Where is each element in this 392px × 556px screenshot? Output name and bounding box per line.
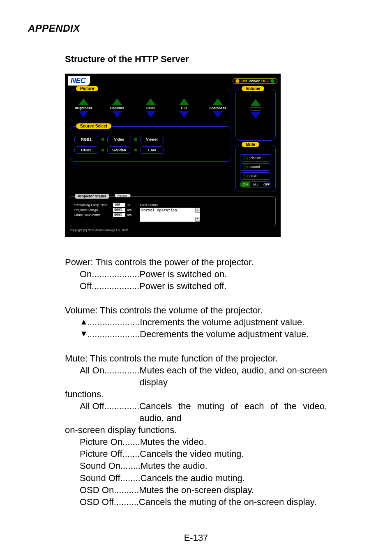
sharpness-label: Sharpness xyxy=(210,106,226,110)
mute-picture-button[interactable]: Picture xyxy=(240,154,271,162)
mute-osdoff-term: OSD Off xyxy=(80,496,114,508)
contrast-up-icon[interactable] xyxy=(112,98,122,105)
mute-osdon-def: Mutes the on-screen display. xyxy=(139,484,327,496)
dots: .......... xyxy=(114,484,139,496)
projector-status-title: Projector Status xyxy=(75,194,109,199)
sharpness-up-icon[interactable] xyxy=(213,98,223,105)
mute-sound-button[interactable]: Sound xyxy=(240,163,271,171)
status-label: Projector Usage xyxy=(74,208,111,212)
nec-logo: NEC xyxy=(68,76,90,86)
triangle-down-icon: ▼ xyxy=(80,328,87,340)
mute-all-toggle[interactable]: ON ALL OFF xyxy=(240,181,271,188)
source-viewer-button[interactable]: Viewer xyxy=(140,136,164,143)
brightness-up-icon[interactable] xyxy=(78,98,88,105)
mute-heading: Mute: This controls the mute function of… xyxy=(65,352,327,364)
dots: ..................... xyxy=(87,316,140,328)
sharpness-down-icon[interactable] xyxy=(213,111,223,118)
status-value: 100 xyxy=(113,203,125,207)
mute-sndoff-def: Cancels the audio muting. xyxy=(141,472,327,484)
mute-icon xyxy=(243,164,248,169)
copyright-text: Copyright (C) NEC Viewtechnology, Ltd. 2… xyxy=(70,229,276,232)
page-number: E-137 xyxy=(28,533,364,543)
status-row-projector-usage: Projector Usage 0005 hrs xyxy=(74,208,132,212)
dots: ................... xyxy=(92,280,139,292)
contrast-down-icon[interactable] xyxy=(112,111,122,118)
power-on-label: ON xyxy=(241,79,247,83)
mute-group: Mute Picture Sound OSD ON xyxy=(235,145,276,192)
color-label: Color xyxy=(146,106,155,110)
power-toggle[interactable]: ON Power OFF xyxy=(233,78,277,84)
volume-bar-icon xyxy=(250,107,261,108)
mute-sound-label: Sound xyxy=(249,165,260,169)
brightness-adjust: Brightness xyxy=(74,98,92,118)
hue-up-icon[interactable] xyxy=(179,98,189,105)
mute-osd-button[interactable]: OSD xyxy=(240,172,271,180)
status-unit: hrs xyxy=(127,208,132,212)
hue-down-icon[interactable] xyxy=(179,111,189,118)
dots: ........ xyxy=(120,472,141,484)
status-dot-icon xyxy=(134,149,137,151)
error-status-text: Normal operation xyxy=(141,208,177,212)
volume-up-icon[interactable] xyxy=(251,99,261,106)
mute-allon-def: Mutes each of the video, audio, and on-s… xyxy=(140,364,327,388)
vol-up-def: Increments the volume adjustment value. xyxy=(140,316,327,328)
status-row-lamp-time: Remaining Lamp Time 100 % xyxy=(74,203,132,207)
color-down-icon[interactable] xyxy=(146,111,156,118)
volume-group: Volume xyxy=(235,89,276,141)
status-value: 0005 xyxy=(113,213,125,217)
source-lan-button[interactable]: LAN xyxy=(140,146,164,154)
power-off-label: OFF xyxy=(261,79,269,83)
source-svideo-button[interactable]: S-Video xyxy=(107,146,131,154)
source-rgb1-button[interactable]: RGB1 xyxy=(74,136,98,143)
status-dot-icon xyxy=(134,138,137,141)
refresh-button[interactable]: Refresh xyxy=(115,194,131,197)
power-on-led xyxy=(235,79,240,83)
picture-title: Picture xyxy=(76,86,98,91)
status-label: Lamp Hour Meter xyxy=(74,213,111,217)
section-title: Structure of the HTTP Server xyxy=(65,54,364,65)
vol-dn-def: Decrements the volume adjustment value. xyxy=(140,328,327,340)
hue-adjust: Hue xyxy=(175,98,193,118)
source-video-button[interactable]: Video xyxy=(107,136,131,143)
color-adjust: Color xyxy=(142,98,160,118)
dots: ........ xyxy=(120,460,141,472)
power-off-led xyxy=(270,79,274,83)
mute-picon-def: Mutes the video. xyxy=(140,436,327,448)
dots: .......... xyxy=(114,496,139,508)
mute-alloff-def: Cancels the muting of each of the video,… xyxy=(139,400,327,424)
source-select-group: Source Select RGB1 Video Viewer RGB2 S-V… xyxy=(70,126,231,162)
mute-sndoff-term: Sound Off xyxy=(80,472,120,484)
scroll-down-icon[interactable]: ▾ xyxy=(195,217,200,222)
power-on-def: Power is switched on. xyxy=(140,268,327,280)
status-unit: % xyxy=(127,203,132,207)
mute-sndon-def: Mutes the audio. xyxy=(141,460,327,472)
scroll-up-icon[interactable]: ▴ xyxy=(195,208,200,213)
mute-alloff-def2: on-screen display functions. xyxy=(65,424,327,436)
body-text: Power: This controls the power of the pr… xyxy=(65,256,327,508)
brightness-down-icon[interactable] xyxy=(78,111,88,118)
mute-allon-term: All On xyxy=(80,364,104,388)
dots: .............. xyxy=(104,364,140,388)
mute-alloff-term: All Off xyxy=(80,400,104,424)
mute-picture-label: Picture xyxy=(249,156,261,160)
mute-osdoff-def: Cancels the muting of the on-screen disp… xyxy=(139,496,327,508)
source-rgb2-button[interactable]: RGB2 xyxy=(74,146,98,154)
volume-bar-icon xyxy=(250,110,261,111)
mute-picoff-term: Picture Off xyxy=(80,448,122,460)
mute-picon-term: Picture On xyxy=(80,436,122,448)
dots: ................... xyxy=(92,268,139,280)
status-row-lamp-hour: Lamp Hour Meter 0005 hrs xyxy=(74,213,132,217)
color-up-icon[interactable] xyxy=(146,98,156,105)
power-on-term: On xyxy=(80,268,92,280)
mute-title: Mute xyxy=(242,142,259,147)
mute-all-label: ALL xyxy=(250,182,261,187)
power-off-term: Off xyxy=(80,280,92,292)
status-unit: hrs xyxy=(127,213,132,217)
error-status-label: Error Status xyxy=(140,203,200,207)
volume-down-icon[interactable] xyxy=(251,112,261,119)
dots: .............. xyxy=(104,400,140,424)
contrast-adjust: Contrast xyxy=(108,98,126,118)
contrast-label: Contrast xyxy=(110,106,124,110)
power-label: Power xyxy=(249,79,260,83)
dots: ....... xyxy=(122,448,140,460)
